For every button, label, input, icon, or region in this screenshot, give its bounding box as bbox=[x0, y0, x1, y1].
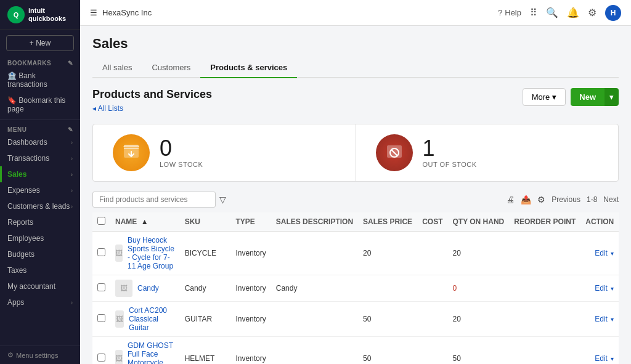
new-product-dropdown[interactable]: ▾ bbox=[605, 88, 619, 106]
product-name[interactable]: Candy bbox=[137, 284, 159, 293]
tab-products-services[interactable]: Products & services bbox=[200, 58, 297, 78]
product-thumb: 🖼 bbox=[115, 280, 132, 297]
sidebar-item-bank-transactions[interactable]: 🏦 Bank transactions bbox=[0, 68, 80, 92]
settings-icon[interactable]: ⚙ bbox=[588, 7, 596, 18]
bookmarks-edit-icon[interactable]: ✎ bbox=[68, 60, 73, 67]
row-checkbox-cell bbox=[92, 337, 110, 365]
filter-icon[interactable]: ▽ bbox=[219, 195, 226, 204]
action-dropdown[interactable]: ▾ bbox=[611, 250, 614, 257]
sidebar-item-reports[interactable]: Reports bbox=[0, 214, 80, 230]
edit-link[interactable]: Edit bbox=[595, 249, 608, 257]
action-dropdown[interactable]: ▾ bbox=[611, 285, 614, 292]
edit-link[interactable]: Edit bbox=[595, 284, 608, 293]
all-lists-link[interactable]: ◂ All Lists bbox=[92, 104, 123, 113]
row-action-cell: Edit ▾ bbox=[580, 302, 619, 337]
table-toolbar: ▽ 🖨 📤 ⚙ Previous 1-8 Next bbox=[92, 192, 619, 208]
pagination-range: 1-8 bbox=[587, 195, 597, 204]
menu-settings[interactable]: ⚙ Menu settings bbox=[0, 346, 80, 364]
row-action-cell: Edit ▾ bbox=[580, 337, 619, 365]
row-action-cell: Edit ▾ bbox=[580, 232, 619, 275]
row-checkbox[interactable] bbox=[97, 283, 105, 291]
row-sales-price-cell: 50 bbox=[358, 302, 417, 337]
th-qty-on-hand: QTY ON HAND bbox=[447, 212, 509, 232]
th-cost: COST bbox=[417, 212, 447, 232]
toolbar-right: 🖨 📤 ⚙ Previous 1-8 Next bbox=[506, 195, 619, 204]
export-icon[interactable]: 📤 bbox=[521, 195, 531, 204]
sidebar-item-bookmark-page[interactable]: 🔖 Bookmark this page bbox=[0, 92, 80, 117]
th-sku: SKU bbox=[180, 212, 231, 232]
search-icon[interactable]: 🔍 bbox=[546, 7, 558, 18]
sidebar-item-apps[interactable]: Apps› bbox=[0, 294, 80, 310]
avatar[interactable]: H bbox=[605, 5, 621, 21]
apps-icon[interactable]: ⠿ bbox=[530, 7, 537, 18]
edit-link[interactable]: Edit bbox=[595, 315, 608, 323]
row-sku-cell: Candy bbox=[180, 275, 231, 302]
more-button[interactable]: More ▾ bbox=[523, 88, 566, 106]
row-qty-cell: 50 bbox=[447, 337, 509, 365]
pagination-next[interactable]: Next bbox=[603, 195, 619, 204]
menu-edit-icon[interactable]: ✎ bbox=[68, 126, 73, 133]
row-sales-desc-cell bbox=[271, 232, 358, 275]
row-checkbox[interactable] bbox=[97, 248, 105, 256]
tab-customers[interactable]: Customers bbox=[142, 58, 200, 78]
topbar-right: ? Help ⠿ 🔍 🔔 ⚙ H bbox=[498, 5, 621, 21]
sidebar-item-expenses[interactable]: Expenses› bbox=[0, 182, 80, 198]
products-table: NAME ▲ SKU TYPE SALES DESCRIPTION SALES … bbox=[92, 212, 619, 364]
low-stock-card[interactable]: 0 LOW STOCK bbox=[93, 124, 356, 181]
content-area: Sales All sales Customers Products & ser… bbox=[80, 26, 631, 364]
new-button-group: New ▾ bbox=[571, 88, 619, 106]
product-name[interactable]: Buy Hecock Sports Bicycle - Cycle for 7-… bbox=[128, 236, 175, 270]
action-dropdown[interactable]: ▾ bbox=[611, 355, 614, 362]
notifications-icon[interactable]: 🔔 bbox=[567, 7, 579, 18]
row-reorder-cell bbox=[509, 337, 580, 365]
row-checkbox[interactable] bbox=[97, 354, 105, 362]
row-cost-cell bbox=[417, 302, 447, 337]
out-of-stock-card[interactable]: 1 OUT OF STOCK bbox=[356, 124, 619, 181]
th-sales-description: SALES DESCRIPTION bbox=[271, 212, 358, 232]
row-qty-cell: 20 bbox=[447, 232, 509, 275]
sidebar-item-employees[interactable]: Employees bbox=[0, 230, 80, 246]
sidebar-item-budgets[interactable]: Budgets bbox=[0, 246, 80, 262]
row-name-cell: 🖼 Cort AC200 Classical Guitar bbox=[110, 302, 180, 337]
action-bar: More ▾ New ▾ bbox=[523, 88, 619, 106]
hamburger-icon[interactable]: ☰ bbox=[90, 8, 97, 17]
th-sales-price: SALES PRICE bbox=[358, 212, 417, 232]
row-name-cell: 🖼 Buy Hecock Sports Bicycle - Cycle for … bbox=[110, 232, 180, 275]
product-thumb: 🖼 bbox=[115, 350, 123, 364]
tab-all-sales[interactable]: All sales bbox=[92, 58, 142, 78]
edit-link[interactable]: Edit bbox=[595, 354, 608, 363]
sidebar-item-taxes[interactable]: Taxes bbox=[0, 262, 80, 278]
row-checkbox[interactable] bbox=[97, 314, 105, 322]
row-checkbox-cell bbox=[92, 302, 110, 337]
sidebar-item-transactions[interactable]: Transactions› bbox=[0, 150, 80, 166]
page-title: Sales bbox=[92, 36, 619, 52]
row-cost-cell bbox=[417, 232, 447, 275]
row-qty-cell: 20 bbox=[447, 302, 509, 337]
chevron-down-icon: ▾ bbox=[552, 92, 556, 102]
column-settings-icon[interactable]: ⚙ bbox=[537, 195, 545, 204]
sidebar-item-customers-leads[interactable]: Customers & leads› bbox=[0, 198, 80, 214]
help-link[interactable]: ? Help bbox=[498, 8, 521, 17]
action-dropdown[interactable]: ▾ bbox=[611, 316, 614, 323]
row-reorder-cell bbox=[509, 275, 580, 302]
new-button[interactable]: + New bbox=[6, 35, 74, 51]
new-product-button[interactable]: New bbox=[571, 88, 605, 106]
row-sales-price-cell: 20 bbox=[358, 232, 417, 275]
row-name-cell: 🖼 GDM GHOST Full Face Motorcycle Helmet bbox=[110, 337, 180, 365]
row-cost-cell bbox=[417, 337, 447, 365]
row-type-cell: Inventory bbox=[230, 275, 271, 302]
print-icon[interactable]: 🖨 bbox=[506, 195, 515, 204]
select-all-checkbox[interactable] bbox=[97, 217, 105, 225]
sales-tabs: All sales Customers Products & services bbox=[92, 58, 619, 78]
low-stock-label: LOW STOCK bbox=[160, 161, 203, 168]
sidebar-item-dashboards[interactable]: Dashboards› bbox=[0, 134, 80, 150]
search-area: ▽ bbox=[92, 192, 226, 208]
search-input[interactable] bbox=[92, 192, 216, 208]
bookmarks-section: BOOKMARKS ✎ bbox=[0, 56, 80, 68]
sidebar-item-sales[interactable]: Sales› bbox=[0, 166, 80, 182]
product-name[interactable]: GDM GHOST Full Face Motorcycle Helmet bbox=[128, 341, 175, 364]
pagination-prev[interactable]: Previous bbox=[552, 195, 580, 204]
th-action: ACTION bbox=[580, 212, 619, 232]
product-name[interactable]: Cort AC200 Classical Guitar bbox=[129, 306, 175, 332]
sidebar-item-my-accountant[interactable]: My accountant bbox=[0, 278, 80, 294]
